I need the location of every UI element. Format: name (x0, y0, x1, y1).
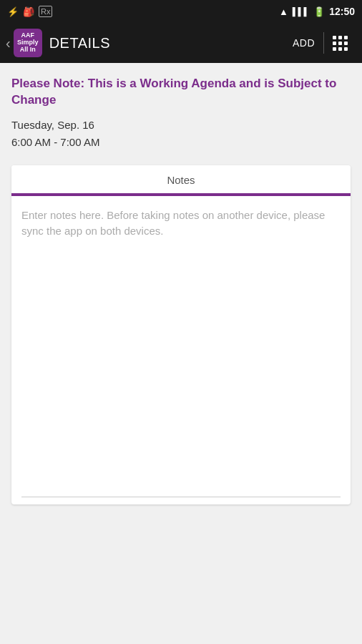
grid-dot (344, 47, 348, 51)
notes-card: Notes Enter notes here. Before taking no… (11, 165, 351, 504)
usb-icon: ⚡ (7, 6, 19, 17)
grid-dot (344, 36, 348, 39)
app-logo-line3: All In (20, 47, 36, 54)
add-button[interactable]: ADD (284, 31, 323, 54)
notes-input[interactable] (21, 208, 351, 497)
status-bar: ⚡ 🎒 Rx ▲ ▌▌▌ 🔋 12:50 (0, 0, 362, 23)
battery-icon: 🔋 (313, 6, 325, 17)
status-icons-left: ⚡ 🎒 Rx (7, 6, 52, 17)
event-date: Tuesday, Sep. 16 (11, 117, 351, 134)
agenda-warning: Please Note: This is a Working Agenda an… (11, 76, 351, 109)
grid-dot (333, 47, 336, 51)
grid-dot (338, 47, 342, 51)
action-bar: ‹ AAF Simply All In DETAILS ADD (0, 23, 362, 63)
notes-header: Notes (11, 165, 351, 193)
grid-dot (338, 42, 342, 45)
grid-row-2 (333, 42, 348, 45)
app-logo: AAF Simply All In (14, 29, 42, 57)
action-bar-actions: ADD (284, 30, 356, 57)
signal-icon: ▌▌▌ (293, 7, 309, 16)
rx-icon: Rx (39, 6, 52, 17)
status-icons-right: ▲ ▌▌▌ 🔋 12:50 (279, 6, 355, 17)
grid-row-1 (333, 36, 348, 39)
more-options-button[interactable] (324, 30, 356, 57)
grid-row-3 (333, 47, 348, 51)
back-button[interactable]: ‹ (6, 35, 11, 52)
notes-underline (21, 497, 341, 497)
page-title: DETAILS (49, 35, 284, 52)
wifi-icon: ▲ (279, 6, 288, 17)
grid-dot (344, 42, 348, 45)
grid-dot (333, 42, 336, 45)
bag-icon: 🎒 (23, 6, 34, 17)
content-area: Please Note: This is a Working Agenda an… (0, 63, 362, 516)
event-time: 6:00 AM - 7:00 AM (11, 135, 351, 151)
grid-dot (333, 36, 336, 39)
notes-body: Enter notes here. Before taking notes on… (11, 196, 351, 497)
status-time: 12:50 (329, 6, 355, 17)
grid-dot (338, 36, 342, 39)
